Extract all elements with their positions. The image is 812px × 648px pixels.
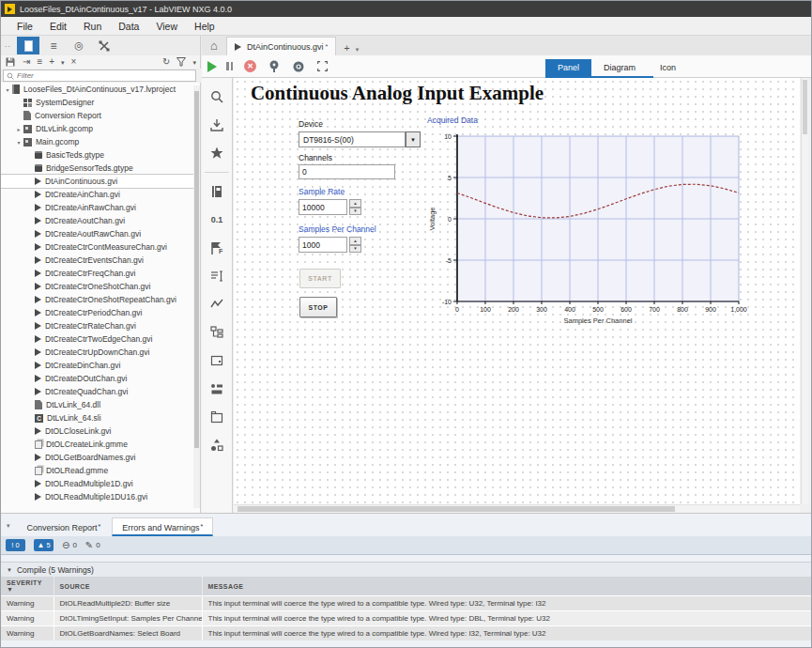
tree-item[interactable]: DtCreateCtrFreqChan.gvi — [1, 267, 200, 280]
stop-button[interactable]: STOP — [299, 297, 337, 317]
tree-item[interactable]: DtOLReadMultiple1DU16.gvi — [1, 490, 200, 503]
tree-item[interactable]: DtOLCloseLink.gvi — [1, 424, 200, 438]
dock-tab-conversion-report[interactable]: Conversion Report* — [18, 518, 111, 536]
column-header-message[interactable]: MESSAGE — [202, 577, 812, 596]
stepper-up-icon[interactable]: ▲ — [349, 199, 361, 208]
palette-controls-icon[interactable] — [206, 378, 228, 400]
pause-button[interactable] — [226, 62, 233, 70]
tree-item[interactable]: ▸DtLvLink.gcomp — [1, 122, 200, 135]
palette-import-icon[interactable] — [206, 114, 228, 136]
tree-item[interactable]: DtCreateAinRawChan.gvi — [1, 201, 200, 214]
menu-edit[interactable]: Edit — [43, 19, 73, 34]
document-tab-active[interactable]: DtAinContinuous.gvi * — [226, 37, 336, 55]
menu-view[interactable]: View — [149, 19, 184, 34]
palette-boolean-icon[interactable]: F — [206, 237, 228, 259]
fit-to-view-button[interactable] — [316, 60, 329, 72]
errors-filter-badge[interactable]: !0 — [6, 539, 25, 551]
column-header-severity[interactable]: SEVERITY ▼ — [1, 577, 54, 596]
abort-button[interactable]: ✕ — [244, 60, 256, 72]
channels-input[interactable] — [299, 164, 395, 179]
tree-item[interactable]: DtLvLink_64.dll — [1, 398, 200, 411]
menu-run[interactable]: Run — [77, 19, 108, 34]
menu-help[interactable]: Help — [188, 19, 222, 34]
remove-item-icon[interactable]: × — [71, 57, 77, 67]
start-button[interactable]: START — [299, 269, 341, 288]
add-item-dropdown-icon[interactable]: ▾ — [61, 59, 65, 66]
samples-per-channel-stepper[interactable]: ▲▼ — [349, 237, 361, 253]
tree-item[interactable]: DtCreateCtrEventsChan.gvi — [1, 254, 200, 267]
tree-item[interactable]: BridgeSensorTeds.gtype — [1, 162, 200, 175]
filter-dropdown-icon[interactable]: ▾ — [192, 59, 196, 66]
samples-per-channel-input[interactable] — [299, 237, 347, 253]
device-dropdown[interactable]: DT9816-S(00) — [299, 131, 406, 147]
filter-input[interactable] — [17, 71, 192, 80]
palette-favorites-icon[interactable] — [206, 142, 228, 164]
collapse-all-icon[interactable]: ≡ — [37, 57, 42, 67]
palette-notebook-icon[interactable] — [206, 180, 228, 203]
home-button[interactable]: ⌂ — [202, 36, 226, 55]
refresh-icon[interactable]: ↻ — [162, 57, 170, 67]
view-tab-icon[interactable]: Icon — [648, 59, 688, 76]
tree-item[interactable]: Conversion Report — [1, 109, 200, 122]
tree-collapsed-arrow-icon[interactable]: ▸ — [14, 126, 23, 132]
device-dropdown-arrow-icon[interactable]: ▼ — [406, 131, 421, 147]
run-button[interactable] — [207, 61, 217, 72]
dock-collapse-icon[interactable]: ▾ — [5, 522, 16, 536]
tree-scrollbar-thumb[interactable] — [194, 91, 199, 448]
warnings-filter-badge[interactable]: ▲5 — [34, 539, 54, 551]
tree-item[interactable]: DtOLGetBoardNames.gvi — [1, 451, 200, 464]
stepper-down-icon[interactable]: ▼ — [349, 245, 361, 254]
tree-item[interactable]: DtOLReadMultiple1D.gvi — [1, 477, 200, 490]
tree-item[interactable]: DtCreateDOutChan.gvi — [1, 372, 200, 385]
panel-vscrollbar[interactable] — [801, 78, 808, 504]
warning-row[interactable]: WarningDtOLTimingSetInput: Samples Per C… — [1, 611, 812, 626]
stepper-down-icon[interactable]: ▼ — [349, 208, 361, 216]
expand-all-icon[interactable]: ⇥ — [23, 57, 30, 67]
highlight-execution-button[interactable] — [292, 60, 305, 73]
tree-item[interactable]: DtCreateCtrTwoEdgeChan.gvi — [1, 332, 200, 346]
column-header-source[interactable]: SOURCE — [54, 577, 202, 596]
palette-shapes-icon[interactable] — [206, 434, 228, 456]
tree-item[interactable]: DtCreateCtrRateChan.gvi — [1, 319, 200, 332]
tree-item[interactable]: ▾Main.gcomp — [1, 135, 200, 148]
palette-containers-icon[interactable] — [206, 406, 228, 428]
tree-item[interactable]: DtOLRead.gmme — [1, 464, 200, 477]
tree-item[interactable]: DtAinContinuous.gvi — [1, 175, 200, 188]
view-tab-diagram[interactable]: Diagram — [591, 59, 648, 76]
tree-item[interactable]: DtCreateCtrUpDownChan.gvi — [1, 346, 200, 359]
panel-hscrollbar[interactable] — [234, 504, 800, 513]
dock-tab-errors-and-warnings[interactable]: Errors and Warnings* — [112, 517, 213, 536]
list-view-button[interactable]: ≡ — [42, 37, 65, 54]
new-tab-dropdown[interactable]: ▾ — [356, 46, 360, 55]
palette-search-icon[interactable] — [206, 85, 228, 108]
tree-item[interactable]: DtCreateDinChan.gvi — [1, 359, 200, 372]
new-tab-button[interactable]: + — [336, 42, 355, 55]
view-tab-panel[interactable]: Panel — [545, 59, 591, 76]
palette-graph-icon[interactable] — [206, 293, 228, 316]
sample-rate-input[interactable] — [299, 199, 347, 215]
palette-string-icon[interactable] — [206, 265, 228, 287]
compile-group-header[interactable]: ▼ Compile (5 Warnings) — [1, 562, 812, 577]
palette-decorations-icon[interactable] — [206, 349, 228, 372]
tree-item[interactable]: DtCreateCtrContMeasureChan.gvi — [1, 240, 200, 254]
tree-item[interactable]: DtCreateQuadChan.gvi — [1, 385, 200, 398]
warning-row[interactable]: WarningDtOLReadMultiple2D: Buffer sizeTh… — [1, 596, 812, 611]
tree-item[interactable]: CDtLvLink_64.sli — [1, 411, 200, 424]
menu-data[interactable]: Data — [112, 19, 146, 34]
tree-item[interactable]: DtCreateAoutRawChan.gvi — [1, 227, 200, 240]
toolbar-grip[interactable]: .. — [1, 39, 17, 53]
panel-vscrollbar-thumb[interactable] — [803, 80, 807, 134]
tree-item[interactable]: DtCreateCtrOneShotChan.gvi — [1, 280, 200, 293]
suppressed-filter-badge[interactable]: ⊖0 — [62, 540, 77, 550]
tree-item[interactable]: ▾LooseFiles_DtAinContinuous_v17.lvprojec… — [1, 83, 200, 96]
tree-expanded-arrow-icon[interactable]: ▾ — [3, 86, 12, 93]
tree-item[interactable]: BasicTeds.gtype — [1, 148, 200, 162]
tree-item[interactable]: DtCreateAinChan.gvi — [1, 188, 200, 201]
tests-filter-badge[interactable]: ✎0 — [85, 540, 100, 550]
save-icon[interactable] — [5, 56, 16, 68]
add-item-icon[interactable]: + — [49, 57, 54, 67]
tree-item[interactable]: SystemDesigner — [1, 96, 200, 109]
document-view-button[interactable] — [17, 37, 39, 54]
tree-item[interactable]: DtCreateAoutChan.gvi — [1, 214, 200, 227]
tools-button[interactable] — [93, 37, 115, 54]
